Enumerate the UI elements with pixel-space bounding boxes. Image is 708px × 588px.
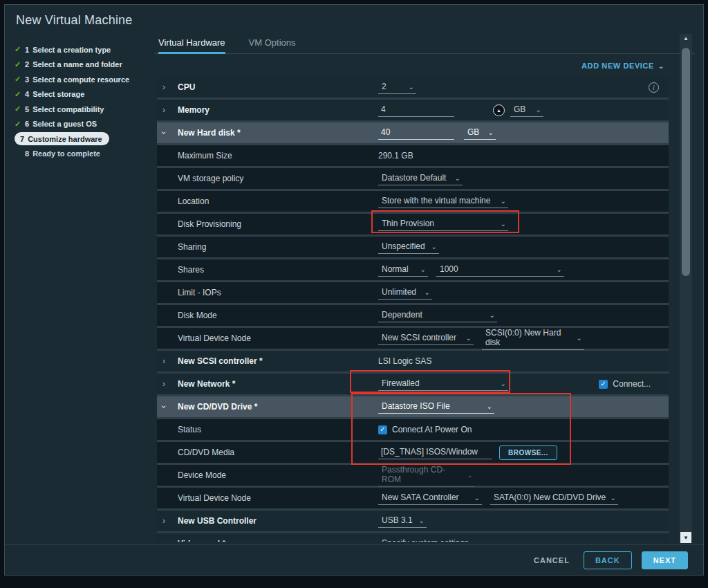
sharing-select[interactable]: Unspecified ⌄ <box>378 240 439 254</box>
row-usb-controller: › New USB Controller USB 3.1 ⌄ <box>157 511 669 531</box>
step-customize-hardware[interactable]: 7 Customize hardware <box>15 132 109 145</box>
step-check-icon: ✓ <box>15 45 25 54</box>
row-sharing: Sharing Unspecified ⌄ <box>157 237 669 257</box>
scroll-up-icon[interactable]: ▲ <box>680 35 692 42</box>
collapse-hard-disk-icon[interactable]: › <box>162 128 178 138</box>
disk-unit-select[interactable]: GB ⌄ <box>464 126 496 140</box>
row-cd-status: Status ✓ Connect At Power On <box>157 419 669 440</box>
step-select-guest-os[interactable]: ✓ 6 Select a guest OS <box>15 117 157 132</box>
chevron-down-icon: ⌄ <box>611 494 616 502</box>
row-memory: › Memory ▲ GB ⌄ <box>157 100 669 120</box>
memory-size-input[interactable] <box>378 103 454 117</box>
row-disk-mode: Disk Mode Dependent ⌄ <box>157 305 669 326</box>
chevron-down-icon: ⌄ <box>557 266 562 273</box>
shares-level-select[interactable]: Normal ⌄ <box>378 263 428 277</box>
content-scrollbar[interactable]: ▲ ▼ <box>680 34 692 543</box>
network-adapter-select[interactable]: Firewalled ⌄ <box>378 377 508 391</box>
hardware-table: › CPU 2 ⌄ i › Memory ▲ GB ⌄ <box>157 77 669 542</box>
chevron-down-icon: ⌄ <box>485 540 490 542</box>
step-select-storage[interactable]: ✓ 4 Select storage <box>15 87 157 102</box>
browse-button[interactable]: BROWSE... <box>499 445 557 460</box>
row-device-mode: Device Mode Passthrough CD-ROM ⌄ <box>157 465 669 486</box>
chevron-down-icon: ⌄ <box>455 174 460 182</box>
step-check-icon: ✓ <box>15 90 25 99</box>
connect-at-power-on-checkbox[interactable]: ✓ <box>378 425 387 434</box>
connect-at-power-on-label: Connect At Power On <box>392 425 472 434</box>
device-mode-select: Passthrough CD-ROM ⌄ <box>378 463 475 487</box>
add-new-device-button[interactable]: ADD NEW DEVICE ⌄ <box>581 62 664 70</box>
expand-usb-icon[interactable]: › <box>162 516 178 526</box>
chevron-down-icon: ⌄ <box>488 129 494 136</box>
usb-version-select[interactable]: USB 3.1 ⌄ <box>378 514 427 528</box>
chevron-down-icon: ⌄ <box>419 517 425 524</box>
chevron-down-icon: ⌄ <box>501 380 506 387</box>
disk-mode-select[interactable]: Dependent ⌄ <box>378 309 497 322</box>
row-new-cd-dvd-drive: › New CD/DVD Drive * Datastore ISO File … <box>157 396 669 417</box>
disk-controller-select[interactable]: New SCSI controller ⌄ <box>378 331 474 345</box>
memory-indicator-icon: ▲ <box>493 104 505 116</box>
row-location: Location Store with the virtual machine … <box>157 191 669 212</box>
row-maximum-size: Maximum Size 290.1 GB <box>157 145 669 166</box>
disk-slot-select[interactable]: SCSI(0:0) New Hard disk ⌄ <box>482 327 584 350</box>
chevron-down-icon: ⌄ <box>425 288 430 296</box>
back-button[interactable]: BACK <box>584 551 632 569</box>
chevron-down-icon: ⌄ <box>658 62 664 70</box>
video-settings-select[interactable]: Specify custom settings ⌄ <box>378 537 492 542</box>
step-check-icon: ✓ <box>15 60 25 69</box>
maximum-size-value: 290.1 GB <box>378 151 413 160</box>
sata-controller-select[interactable]: New SATA Controller ⌄ <box>378 491 482 505</box>
row-cpu: › CPU 2 ⌄ i <box>157 77 669 98</box>
chevron-down-icon: ⌄ <box>431 243 437 250</box>
chevron-down-icon: ⌄ <box>501 197 506 205</box>
network-connect-checkbox[interactable]: ✓ <box>599 380 608 389</box>
scrollbar-thumb[interactable] <box>682 48 690 276</box>
scroll-down-icon[interactable]: ▼ <box>680 532 691 543</box>
storage-policy-select[interactable]: Datastore Default ⌄ <box>378 172 463 185</box>
step-ready-to-complete[interactable]: 8 Ready to complete <box>15 146 157 161</box>
expand-cpu-icon[interactable]: › <box>162 82 178 92</box>
row-limit-iops: Limit - IOPs Unlimited ⌄ <box>157 282 669 303</box>
step-select-creation-type[interactable]: ✓ 1 Select a creation type <box>15 42 157 57</box>
step-select-compute-resource[interactable]: ✓ 3 Select a compute resource <box>15 72 157 87</box>
step-check-icon: ✓ <box>15 120 25 129</box>
row-disk-virtual-device-node: Virtual Device Node New SCSI controller … <box>157 328 669 349</box>
chevron-down-icon: ⌄ <box>577 334 582 342</box>
cd-media-input[interactable] <box>378 445 492 459</box>
hardware-tabs: Virtual Hardware VM Options <box>154 33 695 54</box>
row-video-card: › Video card * Specify custom settings ⌄ <box>157 533 669 542</box>
chevron-down-icon: ⌄ <box>420 266 426 273</box>
step-select-name-folder[interactable]: ✓ 2 Select a name and folder <box>15 57 157 73</box>
step-select-compatibility[interactable]: ✓ 5 Select compatibility <box>15 102 157 117</box>
tab-vm-options[interactable]: VM Options <box>249 33 296 54</box>
sata-slot-select[interactable]: SATA(0:0) New CD/DVD Drive ⌄ <box>490 491 618 505</box>
dialog-title: New Virtual Machine <box>16 13 133 28</box>
memory-unit-select[interactable]: GB ⌄ <box>510 103 543 117</box>
expand-memory-icon[interactable]: › <box>162 105 178 115</box>
collapse-cd-dvd-icon[interactable]: › <box>162 402 178 412</box>
shares-value-combobox[interactable]: 1000 ⌄ <box>436 263 564 277</box>
row-shares: Shares Normal ⌄ 1000 ⌄ <box>157 259 669 280</box>
expand-network-icon[interactable]: › <box>162 379 178 389</box>
row-cd-virtual-device-node: Virtual Device Node New SATA Controller … <box>157 488 669 508</box>
cpu-count-select[interactable]: 2 ⌄ <box>378 80 416 94</box>
step-check-icon: ✓ <box>15 75 25 84</box>
cancel-button[interactable]: CANCEL <box>530 552 574 569</box>
cpu-info-icon[interactable]: i <box>649 82 659 93</box>
chevron-down-icon: ⌄ <box>409 83 414 91</box>
chevron-down-icon: ⌄ <box>466 334 472 342</box>
chevron-down-icon: ⌄ <box>487 403 492 410</box>
next-button[interactable]: NEXT <box>642 551 688 569</box>
tab-virtual-hardware[interactable]: Virtual Hardware <box>158 33 225 54</box>
row-vm-storage-policy: VM storage policy Datastore Default ⌄ <box>157 168 669 189</box>
expand-scsi-icon[interactable]: › <box>162 356 178 366</box>
scsi-controller-value: LSI Logic SAS <box>378 356 431 366</box>
disk-provisioning-select[interactable]: Thin Provision ⌄ <box>378 217 508 231</box>
location-select[interactable]: Store with the virtual machine ⌄ <box>378 194 508 208</box>
disk-size-input[interactable] <box>378 126 454 140</box>
expand-video-icon[interactable]: › <box>162 539 178 542</box>
chevron-down-icon: ⌄ <box>536 106 541 113</box>
row-disk-provisioning: Disk Provisioning Thin Provision ⌄ <box>157 214 669 235</box>
limit-iops-select[interactable]: Unlimited ⌄ <box>378 286 432 300</box>
cd-backing-select[interactable]: Datastore ISO File ⌄ <box>378 400 494 414</box>
wizard-steps: ✓ 1 Select a creation type ✓ 2 Select a … <box>15 42 157 161</box>
